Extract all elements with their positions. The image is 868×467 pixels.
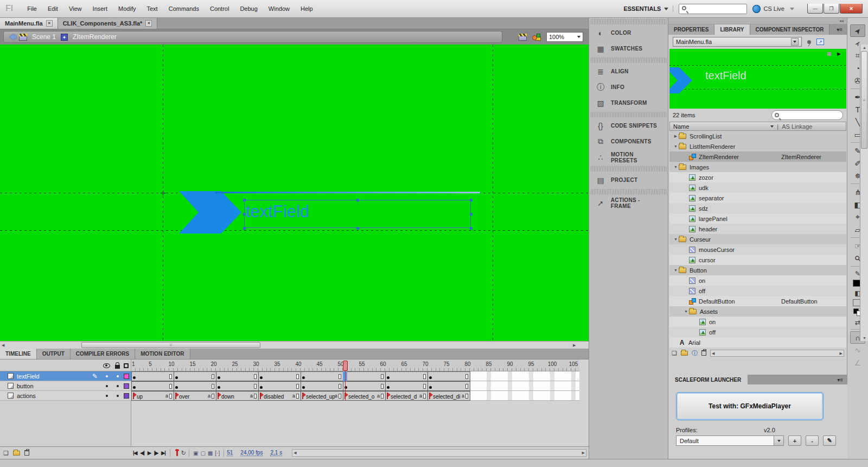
dock-item-code-snippets[interactable]: {}CODE SNIPPETS (589, 118, 668, 134)
scroll-left-icon[interactable]: ◀ (712, 351, 714, 356)
frame-segment[interactable] (427, 381, 470, 391)
dock-item-color[interactable]: ◐COLOR (589, 25, 668, 41)
current-frame-value[interactable]: 51 (227, 450, 233, 456)
restore-button[interactable]: ❐ (824, 4, 839, 14)
library-item-listitemrenderer[interactable]: ▼ListItemRenderer (669, 141, 846, 152)
onion-skin-button[interactable]: ▣ (192, 450, 199, 456)
layer-visibility-dot[interactable] (106, 375, 108, 377)
panel-group-gripper[interactable] (591, 19, 666, 24)
selection-handle[interactable] (470, 213, 473, 216)
frame-label-segment[interactable]: selected_oa (343, 391, 386, 401)
library-item-arial[interactable]: AArial (669, 337, 846, 348)
outline-layers-icon[interactable] (124, 363, 129, 368)
app-search-input[interactable] (679, 4, 747, 14)
selection-handle[interactable] (243, 213, 246, 216)
library-horizontal-scrollbar[interactable]: ◀ ▶ (710, 350, 844, 357)
frame-label-segment[interactable]: selected_upa (301, 391, 343, 401)
edit-profile-button[interactable]: ✎ (823, 436, 836, 446)
document-tab-mainmenu-fla[interactable]: MainMenu.fla✕ (0, 18, 58, 29)
frame-label-segment[interactable]: downa (216, 391, 259, 401)
menu-item-modify[interactable]: Modify (113, 3, 141, 14)
tab-properties[interactable]: PROPERTIES (668, 24, 714, 35)
scroll-right-icon[interactable]: ▶ (840, 351, 843, 356)
center-frame-button[interactable] (176, 450, 178, 456)
layer-outline-color-chip[interactable] (124, 383, 129, 389)
edit-multiple-frames-button[interactable]: ▩ (207, 450, 214, 456)
tab-close-icon[interactable]: ✕ (145, 20, 152, 27)
onion-skin-outlines-button[interactable]: ▢ (199, 450, 206, 456)
delete-layer-button[interactable] (24, 450, 29, 456)
layer-visibility-dot[interactable] (106, 395, 108, 397)
frame-segment[interactable] (174, 371, 216, 381)
delete-item-button[interactable] (701, 350, 706, 356)
item-properties-button[interactable]: ⓘ (692, 349, 698, 357)
dock-item-project[interactable]: ▤PROJECT (589, 172, 668, 188)
library-item-images[interactable]: ▼Images (669, 162, 846, 172)
playhead[interactable] (343, 361, 348, 371)
breadcrumb-scene[interactable]: Scene 1 (32, 33, 56, 41)
layer-visibility-dot[interactable] (106, 385, 108, 387)
add-profile-button[interactable]: + (788, 436, 801, 446)
scaleform-test-button[interactable]: Test with: GFxMediaPlayer (676, 392, 824, 420)
frame-segment[interactable] (131, 381, 174, 391)
preview-play-icon[interactable]: ▶ (837, 51, 841, 56)
new-symbol-button[interactable]: ❏ (672, 350, 677, 357)
frame-label-segment[interactable]: disableda (258, 391, 301, 401)
timeline-layer-actions[interactable]: actions (0, 391, 131, 401)
frame-segment[interactable] (427, 371, 470, 381)
library-item-udk[interactable]: udk (669, 182, 846, 193)
library-item-on[interactable]: on (669, 317, 846, 327)
library-item-defaultbutton[interactable]: DefaultButtonDefaultButton (669, 296, 846, 306)
menu-item-file[interactable]: File (22, 3, 42, 14)
scaleform-launcher-tab[interactable]: SCALEFORM LAUNCHER (668, 375, 748, 384)
library-search-input[interactable] (771, 110, 843, 120)
library-item-off[interactable]: off (669, 327, 846, 337)
dock-item-align[interactable]: ≣ALIGN (589, 64, 668, 79)
panel-group-gripper[interactable] (591, 58, 666, 63)
selection-handle[interactable] (470, 227, 473, 230)
timeline-horizontal-scrollbar[interactable]: ◀ ▶ (292, 449, 586, 457)
frame-segment[interactable] (216, 381, 259, 391)
selection-handle[interactable] (243, 227, 246, 230)
cs-live-button[interactable]: CS Live (752, 5, 784, 13)
expand-caret-icon[interactable]: ▶ (673, 134, 679, 138)
new-layer-button[interactable]: ❏ (3, 450, 9, 457)
show-hide-layers-icon[interactable] (103, 363, 110, 368)
library-item-scrollinglist[interactable]: ▶ScrollingList (669, 131, 846, 141)
panel-menu-icon[interactable]: ▾≡ (832, 24, 847, 35)
scroll-up-icon[interactable]: ▲ (863, 46, 866, 49)
library-item-mousecursor[interactable]: mouseCursor (669, 244, 846, 255)
tab-component-inspector[interactable]: COMPONENT INSPECTOR (750, 24, 830, 35)
sort-order-icon[interactable] (770, 125, 774, 128)
dock-item-transform[interactable]: ▧TRANSFORM (589, 95, 668, 111)
collapse-caret-icon[interactable]: ▼ (673, 144, 679, 148)
new-library-panel-icon[interactable]: ↗ (816, 39, 824, 45)
menu-item-debug[interactable]: Debug (234, 3, 263, 14)
library-item-separator[interactable]: separator (669, 193, 846, 203)
frame-segment[interactable] (301, 381, 343, 391)
dock-item-swatches[interactable]: ▦SWATCHES (589, 41, 668, 56)
tab-library[interactable]: LIBRARY (714, 24, 750, 35)
panel-group-gripper[interactable] (591, 166, 666, 172)
textfield-object[interactable]: textField (246, 202, 309, 222)
layer-outline-color-chip[interactable] (124, 393, 129, 399)
edit-scene-button[interactable] (519, 34, 527, 41)
frame-rate-value[interactable]: 24,00 fps (240, 450, 263, 456)
timeline-layer-textfield[interactable]: textField✎ (0, 371, 131, 381)
selection-tool[interactable]: ➤ (850, 24, 865, 37)
breadcrumb-symbol[interactable]: ZItemRenderer (73, 33, 117, 41)
frame-segment[interactable] (343, 381, 386, 391)
minimize-button[interactable]: — (807, 4, 823, 14)
stage-vertical-scrollbar[interactable]: ▲ ≡ ▼ (860, 45, 868, 341)
timeline-layer-button[interactable]: button (0, 381, 131, 391)
collapse-caret-icon[interactable]: ▼ (673, 268, 679, 272)
timeline-tab-motion-editor[interactable]: MOTION EDITOR (135, 349, 190, 359)
frame-segment[interactable] (301, 371, 343, 381)
new-folder-button[interactable] (681, 351, 688, 356)
pin-library-icon[interactable] (807, 40, 811, 44)
collapse-caret-icon[interactable]: ▼ (673, 165, 679, 169)
play-button[interactable]: ▶ (146, 450, 152, 456)
library-item-button[interactable]: ▼Button (669, 265, 846, 275)
close-button[interactable]: ✕ (840, 4, 863, 14)
timeline-ruler[interactable]: 1510152025303540455055606570758085909510… (131, 359, 579, 371)
